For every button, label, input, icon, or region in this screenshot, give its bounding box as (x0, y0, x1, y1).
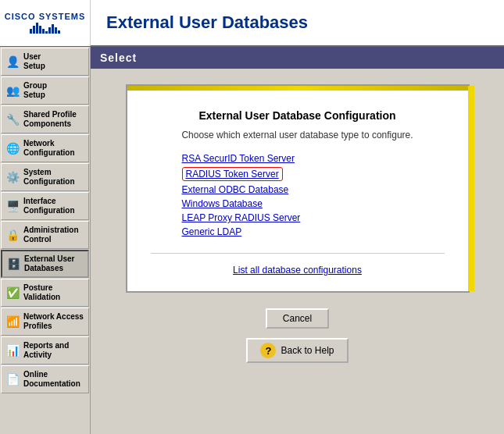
back-to-help-button[interactable]: ? Back to Help (246, 338, 348, 363)
config-subtitle: Choose which external user database type… (151, 130, 445, 141)
db-link-ldap[interactable]: Generic LDAP (182, 226, 242, 237)
db-link-leap[interactable]: LEAP Proxy RADIUS Server (182, 212, 301, 223)
help-button-label: Back to Help (281, 345, 334, 356)
sidebar-item-reports[interactable]: 📊 Reports andActivity (1, 336, 89, 365)
sidebar-item-admin-control[interactable]: 🔒 AdministrationControl (1, 221, 89, 249)
sidebar-icon-reports: 📊 (5, 343, 20, 358)
sidebar-label-user-setup: UserSetup (23, 52, 45, 71)
page-title: External User Databases (106, 12, 504, 33)
sidebar-item-network-access[interactable]: 📶 Network AccessProfiles (1, 308, 89, 336)
config-box: External User Database Configuration Cho… (126, 84, 470, 293)
sidebar-icon-user-setup: 👤 (5, 54, 20, 69)
cisco-bars-icon (30, 23, 60, 34)
cancel-button[interactable]: Cancel (266, 308, 329, 329)
sidebar-label-admin-control: AdministrationControl (23, 226, 79, 244)
sidebar-item-network-config[interactable]: 🌐 NetworkConfiguration (1, 134, 89, 162)
cisco-logo-text: CISCO SYSTEMS (5, 12, 85, 21)
db-link-rsa[interactable]: RSA SecurID Token Server (182, 153, 295, 164)
sidebar-item-posture[interactable]: ✅ PostureValidation (1, 279, 89, 307)
sidebar-icon-shared-profile: 🔧 (5, 112, 20, 127)
sidebar-icon-interface-config: 🖥️ (5, 198, 20, 214)
sidebar: 👤 UserSetup 👥 GroupSetup 🔧 Shared Profil… (0, 47, 91, 434)
sidebar-item-external-dbs[interactable]: 🗄️ External UserDatabases (1, 250, 89, 278)
sidebar-icon-external-dbs: 🗄️ (5, 256, 21, 272)
sidebar-label-external-dbs: External UserDatabases (24, 254, 74, 273)
config-box-stripe (468, 86, 474, 291)
sidebar-item-interface-config[interactable]: 🖥️ InterfaceConfiguration (1, 192, 89, 220)
db-links: RSA SecurID Token ServerRADIUS Token Ser… (151, 153, 445, 237)
db-link-radius[interactable]: RADIUS Token Server (182, 167, 283, 181)
sidebar-item-shared-profile[interactable]: 🔧 Shared ProfileComponents (1, 105, 89, 133)
list-all-anchor[interactable]: List all database configurations (233, 265, 362, 276)
sidebar-item-user-setup[interactable]: 👤 UserSetup (1, 48, 89, 76)
logo-area: CISCO SYSTEMS (0, 0, 91, 46)
page-title-area: External User Databases (91, 12, 504, 33)
config-box-title: External User Database Configuration (151, 109, 445, 122)
main-content: External User Database Configuration Cho… (91, 69, 504, 434)
help-icon: ? (260, 343, 276, 358)
sidebar-label-interface-config: InterfaceConfiguration (23, 197, 75, 215)
sidebar-item-online-docs[interactable]: 📄 OnlineDocumentation (1, 365, 89, 393)
sidebar-icon-group-setup: 👥 (5, 83, 20, 98)
sidebar-label-online-docs: OnlineDocumentation (23, 370, 80, 389)
db-link-odbc[interactable]: External ODBC Database (182, 184, 289, 195)
content-area: Select External User Database Configurat… (91, 47, 504, 434)
sidebar-icon-posture: ✅ (5, 285, 20, 301)
sidebar-label-reports: Reports andActivity (23, 341, 69, 360)
sidebar-label-network-access: Network AccessProfiles (23, 312, 84, 331)
db-link-windows[interactable]: Windows Database (182, 198, 263, 209)
sidebar-icon-network-config: 🌐 (5, 141, 20, 156)
bottom-buttons: Cancel ? Back to Help (246, 308, 348, 363)
select-bar: Select (91, 47, 504, 69)
sidebar-label-posture: PostureValidation (23, 283, 60, 302)
sidebar-item-group-setup[interactable]: 👥 GroupSetup (1, 76, 89, 105)
sidebar-icon-system-config: ⚙️ (5, 169, 20, 185)
config-box-title-bar (127, 86, 468, 91)
sidebar-icon-network-access: 📶 (5, 314, 20, 329)
sidebar-label-network-config: NetworkConfiguration (23, 139, 75, 158)
list-all-link: List all database configurations (151, 253, 445, 276)
sidebar-label-group-setup: GroupSetup (23, 81, 47, 100)
main-layout: 👤 UserSetup 👥 GroupSetup 🔧 Shared Profil… (0, 47, 504, 434)
sidebar-label-system-config: SystemConfiguration (23, 168, 75, 187)
sidebar-icon-online-docs: 📄 (5, 372, 20, 387)
sidebar-label-shared-profile: Shared ProfileComponents (23, 110, 77, 129)
sidebar-icon-admin-control: 🔒 (5, 227, 20, 243)
header: CISCO SYSTEMS External User Databases (0, 0, 504, 47)
sidebar-item-system-config[interactable]: ⚙️ SystemConfiguration (1, 163, 89, 191)
